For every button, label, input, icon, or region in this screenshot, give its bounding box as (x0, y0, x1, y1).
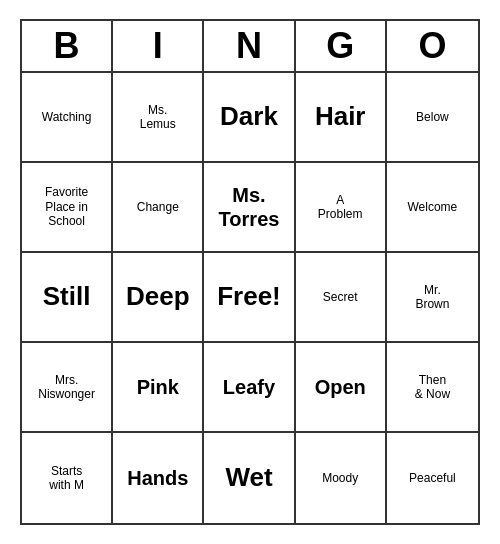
bingo-cell: Ms.Torres (204, 163, 295, 253)
bingo-cell: Pink (113, 343, 204, 433)
cell-text: Peaceful (409, 471, 456, 485)
bingo-cell: Wet (204, 433, 295, 523)
bingo-cell: Watching (22, 73, 113, 163)
bingo-cell: Still (22, 253, 113, 343)
bingo-cell: Free! (204, 253, 295, 343)
cell-text: Free! (217, 281, 281, 312)
bingo-cell: FavoritePlace inSchool (22, 163, 113, 253)
bingo-cell: Leafy (204, 343, 295, 433)
bingo-cell: Open (296, 343, 387, 433)
bingo-cell: AProblem (296, 163, 387, 253)
cell-text: Mr.Brown (415, 283, 449, 312)
header-letter: I (113, 21, 204, 71)
bingo-cell: Dark (204, 73, 295, 163)
cell-text: Then& Now (415, 373, 450, 402)
cell-text: FavoritePlace inSchool (45, 185, 88, 228)
cell-text: Hair (315, 101, 366, 132)
header-letter: G (296, 21, 387, 71)
cell-text: Wet (225, 462, 272, 493)
cell-text: Still (43, 281, 91, 312)
cell-text: Welcome (407, 200, 457, 214)
cell-text: Ms.Torres (219, 183, 280, 231)
cell-text: Leafy (223, 375, 275, 399)
cell-text: Hands (127, 466, 188, 490)
bingo-cell: Moody (296, 433, 387, 523)
cell-text: AProblem (318, 193, 363, 222)
bingo-cell: Below (387, 73, 478, 163)
cell-text: Change (137, 200, 179, 214)
header-letter: B (22, 21, 113, 71)
bingo-cell: Ms.Lemus (113, 73, 204, 163)
header-letter: O (387, 21, 478, 71)
bingo-card: BINGO WatchingMs.LemusDarkHairBelowFavor… (20, 19, 480, 525)
cell-text: Startswith M (49, 464, 84, 493)
cell-text: Moody (322, 471, 358, 485)
bingo-cell: Deep (113, 253, 204, 343)
cell-text: Open (315, 375, 366, 399)
bingo-cell: Hair (296, 73, 387, 163)
cell-text: Deep (126, 281, 190, 312)
header-letter: N (204, 21, 295, 71)
cell-text: Pink (137, 375, 179, 399)
cell-text: Ms.Lemus (140, 103, 176, 132)
bingo-cell: Mr.Brown (387, 253, 478, 343)
cell-text: Secret (323, 290, 358, 304)
bingo-cell: Secret (296, 253, 387, 343)
cell-text: Dark (220, 101, 278, 132)
bingo-grid: WatchingMs.LemusDarkHairBelowFavoritePla… (22, 73, 478, 523)
bingo-cell: Startswith M (22, 433, 113, 523)
cell-text: Below (416, 110, 449, 124)
bingo-cell: Then& Now (387, 343, 478, 433)
bingo-cell: Welcome (387, 163, 478, 253)
bingo-header: BINGO (22, 21, 478, 73)
bingo-cell: Peaceful (387, 433, 478, 523)
bingo-cell: Mrs.Niswonger (22, 343, 113, 433)
cell-text: Mrs.Niswonger (38, 373, 95, 402)
bingo-cell: Change (113, 163, 204, 253)
cell-text: Watching (42, 110, 92, 124)
bingo-cell: Hands (113, 433, 204, 523)
